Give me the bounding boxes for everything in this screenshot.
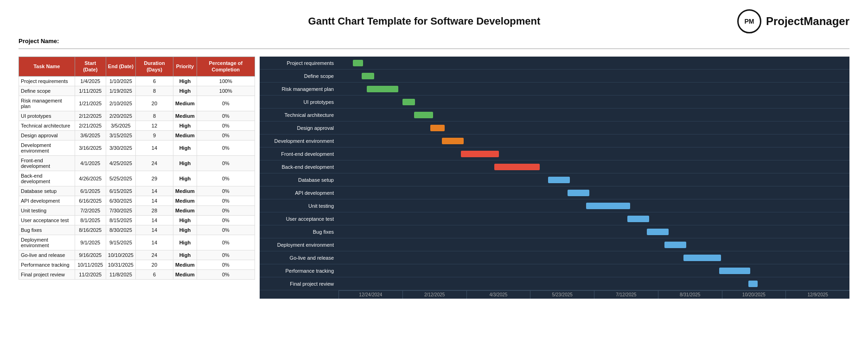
task-start: 8/16/2025 bbox=[75, 225, 106, 235]
task-start: 4/26/2025 bbox=[75, 171, 106, 186]
gantt-bar bbox=[430, 125, 445, 131]
table-row: Front-end development 4/1/2025 4/25/2025… bbox=[19, 155, 255, 171]
header-divider bbox=[19, 48, 849, 49]
task-duration: 29 bbox=[135, 171, 173, 186]
gantt-row-label: Performance tracking bbox=[260, 268, 338, 274]
gantt-bars-area bbox=[338, 57, 849, 70]
gantt-row-label: Define scope bbox=[260, 73, 338, 79]
task-start: 9/1/2025 bbox=[75, 235, 106, 250]
gantt-bar bbox=[461, 151, 499, 157]
task-name: Front-end development bbox=[19, 155, 75, 171]
gantt-bars-area bbox=[338, 147, 849, 160]
gantt-row: Back-end development bbox=[260, 160, 849, 173]
gantt-row: Define scope bbox=[260, 70, 849, 83]
gantt-bars-area bbox=[338, 225, 849, 238]
gantt-row-label: Technical architecture bbox=[260, 112, 338, 118]
gantt-row: Project requirements bbox=[260, 57, 849, 70]
gantt-bars-area bbox=[338, 160, 849, 173]
gantt-bars-area bbox=[338, 264, 849, 277]
task-start: 1/4/2025 bbox=[75, 76, 106, 86]
gantt-bar bbox=[627, 216, 649, 222]
task-duration: 8 bbox=[135, 111, 173, 121]
gantt-axis-label: 12/9/2025 bbox=[785, 291, 849, 299]
gantt-bars-area bbox=[338, 277, 849, 290]
task-duration: 8 bbox=[135, 86, 173, 96]
task-pct: 0% bbox=[197, 235, 255, 250]
task-duration: 14 bbox=[135, 140, 173, 155]
task-name: Development environment bbox=[19, 140, 75, 155]
gantt-bar bbox=[586, 203, 630, 209]
table-row: UI prototypes 2/12/2025 2/20/2025 8 Medi… bbox=[19, 111, 255, 121]
task-priority: High bbox=[173, 155, 197, 171]
gantt-bar bbox=[353, 60, 363, 66]
task-start: 6/16/2025 bbox=[75, 196, 106, 205]
gantt-row: Deployment environment bbox=[260, 238, 849, 251]
table-row: Database setup 6/1/2025 6/15/2025 14 Med… bbox=[19, 186, 255, 196]
gantt-bar bbox=[402, 99, 415, 105]
task-pct: 0% bbox=[197, 96, 255, 111]
table-row: Deployment environment 9/1/2025 9/15/202… bbox=[19, 235, 255, 250]
task-end: 4/25/2025 bbox=[106, 155, 135, 171]
gantt-row: Database setup bbox=[260, 173, 849, 186]
gantt-bars-area bbox=[338, 134, 849, 147]
task-pct: 0% bbox=[197, 186, 255, 196]
table-row: Development environment 3/16/2025 3/30/2… bbox=[19, 140, 255, 155]
gantt-row-label: Risk management plan bbox=[260, 86, 338, 92]
task-name: Risk management plan bbox=[19, 96, 75, 111]
gantt-row-label: Bug fixes bbox=[260, 229, 338, 235]
task-duration: 14 bbox=[135, 225, 173, 235]
page-title: Gantt Chart Template for Software Develo… bbox=[111, 15, 737, 27]
task-name: Performance tracking bbox=[19, 260, 75, 269]
task-end: 8/15/2025 bbox=[106, 215, 135, 225]
task-end: 2/20/2025 bbox=[106, 111, 135, 121]
task-pct: 0% bbox=[197, 269, 255, 279]
task-priority: Medium bbox=[173, 260, 197, 269]
gantt-axis-label: 2/12/2025 bbox=[402, 291, 466, 299]
gantt-bars-area bbox=[338, 199, 849, 212]
task-pct: 100% bbox=[197, 86, 255, 96]
task-end: 11/8/2025 bbox=[106, 269, 135, 279]
gantt-axis-label: 5/23/2025 bbox=[530, 291, 594, 299]
gantt-row: User acceptance test bbox=[260, 212, 849, 225]
task-end: 10/10/2025 bbox=[106, 250, 135, 260]
gantt-row: Development environment bbox=[260, 134, 849, 147]
task-start: 9/16/2025 bbox=[75, 250, 106, 260]
task-start: 4/1/2025 bbox=[75, 155, 106, 171]
task-priority: High bbox=[173, 171, 197, 186]
main-content: Task Name Start (Date) End (Date) Durati… bbox=[9, 52, 859, 303]
task-duration: 14 bbox=[135, 186, 173, 196]
gantt-bars-area bbox=[338, 109, 849, 122]
task-pct: 0% bbox=[197, 130, 255, 140]
task-duration: 14 bbox=[135, 235, 173, 250]
task-duration: 24 bbox=[135, 250, 173, 260]
task-name: Final project review bbox=[19, 269, 75, 279]
task-pct: 0% bbox=[197, 215, 255, 225]
gantt-bar bbox=[719, 268, 750, 274]
gantt-bar bbox=[442, 138, 464, 144]
gantt-chart: Project requirementsDefine scopeRisk man… bbox=[260, 57, 849, 299]
task-duration: 28 bbox=[135, 205, 173, 215]
gantt-row: Bug fixes bbox=[260, 225, 849, 238]
col-priority: Priority bbox=[173, 57, 197, 77]
task-start: 1/11/2025 bbox=[75, 86, 106, 96]
gantt-row-label: API development bbox=[260, 190, 338, 196]
task-start: 11/2/2025 bbox=[75, 269, 106, 279]
task-priority: Medium bbox=[173, 111, 197, 121]
task-priority: High bbox=[173, 76, 197, 86]
task-name: Deployment environment bbox=[19, 235, 75, 250]
table-row: Performance tracking 10/11/2025 10/31/20… bbox=[19, 260, 255, 269]
col-pct: Percentage of Completion bbox=[197, 57, 255, 77]
task-end: 8/30/2025 bbox=[106, 225, 135, 235]
task-duration: 12 bbox=[135, 121, 173, 130]
task-end: 1/19/2025 bbox=[106, 86, 135, 96]
table-row: Design approval 3/6/2025 3/15/2025 9 Med… bbox=[19, 130, 255, 140]
gantt-axis: 12/24/20242/12/20254/3/20255/23/20257/12… bbox=[338, 290, 849, 299]
gantt-axis-label: 12/24/2024 bbox=[338, 291, 402, 299]
table-row: Bug fixes 8/16/2025 8/30/2025 14 High 0% bbox=[19, 225, 255, 235]
task-end: 3/5/2025 bbox=[106, 121, 135, 130]
gantt-row-label: Development environment bbox=[260, 138, 338, 144]
task-end: 6/15/2025 bbox=[106, 186, 135, 196]
task-duration: 6 bbox=[135, 269, 173, 279]
gantt-bar bbox=[683, 255, 721, 261]
gantt-row-label: UI prototypes bbox=[260, 99, 338, 105]
